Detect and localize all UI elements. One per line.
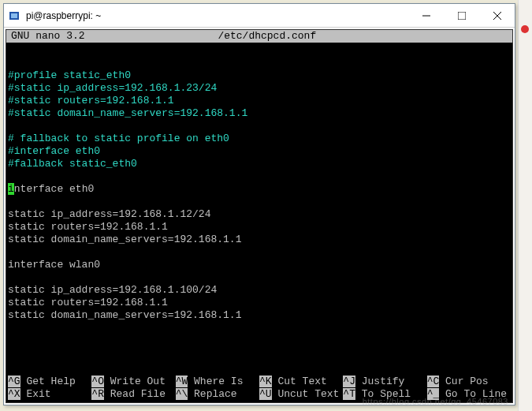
maximize-button[interactable]: [444, 4, 479, 27]
file-line: #static routers=192.168.1.1: [8, 95, 174, 106]
file-line: static domain_name_servers=192.168.1.1: [8, 234, 241, 245]
close-button[interactable]: [479, 4, 515, 27]
nano-shortcut-help[interactable]: ^G Get Help: [8, 376, 91, 388]
file-line: #static domain_name_servers=192.168.1.1: [8, 107, 247, 119]
nano-shortcut-replace[interactable]: ^\ Replace: [176, 388, 259, 401]
window-title: pi@raspberrypi: ~: [26, 10, 408, 21]
nano-shortcut-curpos[interactable]: ^C Cur Pos: [427, 376, 511, 388]
file-line: #interface eth0: [8, 145, 100, 157]
file-line: # fallback to static profile on eth0: [8, 133, 229, 144]
svg-line-5: [493, 12, 501, 20]
file-line: #fallback static_eth0: [8, 158, 137, 170]
page-gutter: [518, 0, 532, 411]
file-line: static routers=192.168.1.1: [8, 221, 168, 233]
window-controls: [408, 4, 515, 27]
file-line: #static ip_address=192.168.1.23/24: [8, 82, 217, 94]
file-line: static ip_address=192.168.1.12/24: [8, 208, 210, 220]
putty-icon: [9, 9, 21, 22]
file-line: interface wlan0: [8, 259, 100, 271]
watermark-text: https://blog.csdn.net/qq_45467083: [363, 397, 508, 406]
svg-rect-3: [458, 12, 466, 20]
nano-shortcut-readfile[interactable]: ^R Read File: [91, 388, 175, 401]
minimize-button[interactable]: [408, 4, 444, 27]
file-line: static domain_name_servers=192.168.1.1: [8, 309, 241, 321]
nano-file-path: /etc/dhcpcd.conf: [85, 30, 449, 43]
window-titlebar[interactable]: pi@raspberrypi: ~: [4, 4, 515, 28]
file-line: static ip_address=192.168.1.100/24: [8, 284, 217, 296]
nano-editor-body[interactable]: #profile static_eth0 #static ip_address=…: [6, 43, 512, 376]
svg-line-4: [493, 12, 501, 20]
putty-window: pi@raspberrypi: ~ GNU nano 3.2 /etc/dhcp…: [3, 3, 515, 405]
nano-shortcut-justify[interactable]: ^J Justify: [343, 376, 426, 388]
nano-app-label: GNU nano 3.2: [6, 30, 85, 43]
nano-shortcut-exit[interactable]: ^X Exit: [8, 388, 91, 401]
nano-shortcut-cut[interactable]: ^K Cut Text: [259, 376, 343, 388]
nano-shortcut-writeout[interactable]: ^O Write Out: [91, 376, 175, 388]
notification-dot: [521, 25, 529, 33]
nano-shortcut-uncut[interactable]: ^U Uncut Text: [259, 388, 343, 401]
svg-rect-1: [11, 13, 17, 18]
file-line: interface eth0: [8, 183, 94, 195]
terminal-area[interactable]: GNU nano 3.2 /etc/dhcpcd.conf #profile s…: [6, 29, 513, 403]
cursor: i: [8, 183, 14, 195]
nano-shortcut-whereis[interactable]: ^W Where Is: [176, 376, 259, 388]
file-line: static routers=192.168.1.1: [8, 297, 168, 308]
nano-header: GNU nano 3.2 /etc/dhcpcd.conf: [6, 30, 512, 43]
file-line: #profile static_eth0: [8, 69, 131, 81]
